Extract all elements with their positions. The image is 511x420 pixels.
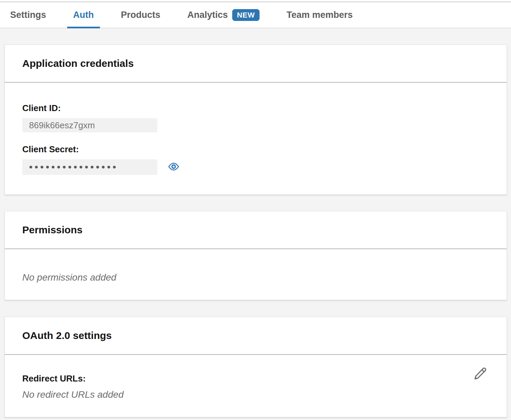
tab-auth-label: Auth (73, 10, 94, 20)
application-credentials-card: Application credentials Client ID: 869ik… (4, 45, 507, 195)
eye-icon (168, 162, 179, 172)
tab-settings-label: Settings (10, 10, 46, 20)
client-id-label: Client ID: (22, 102, 489, 114)
redirect-urls-empty-state: No redirect URLs added (22, 388, 489, 401)
client-secret-value: •••••••••••••••• (22, 159, 157, 175)
client-secret-row: •••••••••••••••• (22, 159, 489, 175)
pencil-icon (474, 366, 487, 382)
tab-settings[interactable]: Settings (4, 2, 52, 28)
tab-bar: Settings Auth Products Analytics NEW Tea… (0, 2, 511, 28)
oauth-settings-title: OAuth 2.0 settings (22, 328, 489, 343)
reveal-secret-button[interactable] (168, 162, 179, 172)
oauth-settings-body: Redirect URLs: No redirect URLs added (5, 355, 507, 417)
tab-analytics[interactable]: Analytics NEW (181, 2, 266, 28)
permissions-header: Permissions (5, 211, 507, 249)
tab-analytics-label: Analytics (187, 10, 228, 20)
client-id-value: 869ik66esz7gxm (22, 118, 157, 132)
oauth-settings-header: OAuth 2.0 settings (5, 317, 507, 355)
main-content: Application credentials Client ID: 869ik… (0, 45, 511, 417)
oauth-settings-card: OAuth 2.0 settings Redirect URLs: No red… (4, 317, 507, 417)
tab-team-members-label: Team members (287, 10, 353, 20)
permissions-empty-state: No permissions added (22, 271, 489, 284)
new-badge: NEW (232, 9, 260, 21)
tab-team-members[interactable]: Team members (280, 2, 359, 28)
edit-redirect-urls-button[interactable] (472, 365, 488, 383)
permissions-title: Permissions (22, 222, 489, 237)
tab-products-label: Products (121, 10, 160, 20)
application-credentials-header: Application credentials (5, 45, 507, 83)
tab-auth[interactable]: Auth (67, 2, 100, 28)
tab-products[interactable]: Products (115, 2, 166, 28)
redirect-urls-label: Redirect URLs: (22, 372, 489, 385)
permissions-body: No permissions added (5, 249, 507, 300)
permissions-card: Permissions No permissions added (4, 211, 507, 300)
application-credentials-title: Application credentials (22, 56, 489, 71)
client-secret-label: Client Secret: (22, 143, 489, 155)
application-credentials-body: Client ID: 869ik66esz7gxm Client Secret:… (5, 83, 507, 194)
